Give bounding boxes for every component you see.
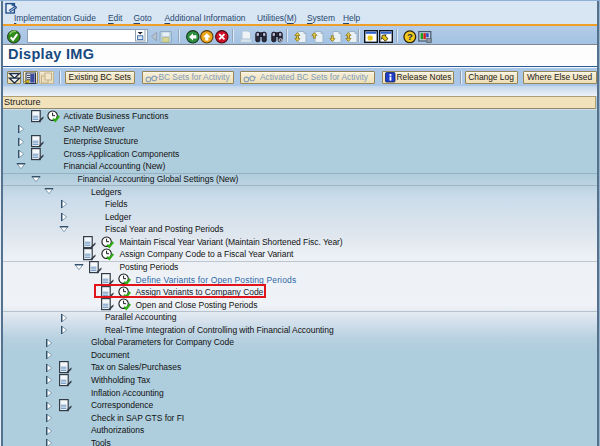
svg-text:?: ? bbox=[406, 31, 412, 42]
